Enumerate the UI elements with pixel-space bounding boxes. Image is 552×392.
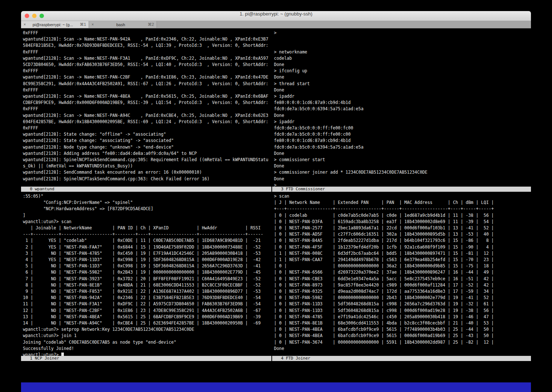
pane-title-label: 1 NCP Joiner	[30, 356, 59, 361]
window-title: 1. pi@raspberrypi: ~ (gnubby-ssh)	[21, 11, 531, 17]
window-titlebar[interactable]: 1. pi@raspberrypi: ~ (gnubby-ssh)	[21, 11, 531, 21]
ftd-joiner-output: > scan | J | Network Name | Extended PAN…	[272, 192, 531, 352]
traffic-lights	[25, 14, 44, 18]
zoom-window-button[interactable]	[40, 14, 44, 18]
tab-shortcut: ⌘2	[148, 22, 154, 27]
terminal-window: 1. pi@raspberrypi: ~ (gnubby-ssh) × pi@r…	[21, 11, 531, 392]
pane-title-label: 4 FTD Joiner	[281, 356, 310, 361]
tab-shortcut: ⌘1	[80, 22, 86, 27]
close-window-button[interactable]	[25, 14, 29, 18]
minimize-window-button[interactable]	[32, 14, 37, 18]
tab-close-icon[interactable]: ×	[92, 22, 94, 27]
tab-bash[interactable]: × bash ⌘2	[89, 21, 157, 28]
wpantund-log-output: 0xFFFF wpantund[2128]: Scan -> Name:NEST…	[21, 28, 271, 182]
tab-close-icon[interactable]: ×	[24, 22, 26, 27]
tab-ssh-session[interactable]: × pi@raspberrypi: ~ (g... ⌘1	[21, 21, 89, 28]
pane-title-ncp-joiner: 1 NCP Joiner	[21, 356, 271, 361]
pane-title-ftd-joiner: 4 FTD Joiner	[272, 356, 531, 361]
tab-bar: × pi@raspberrypi: ~ (g... ⌘1 × bash ⌘2	[21, 21, 531, 28]
tab-title: pi@raspberrypi: ~ (g...	[28, 22, 78, 27]
pane-title-wpantund: 0 wpantund	[21, 187, 271, 192]
pane-title-label: 3 FTD Commissioner	[281, 187, 325, 191]
pane-ncp-joiner[interactable]: :55:05)" "Config:NCP:DriverName" => "spi…	[21, 192, 271, 356]
tmux-status-bar	[21, 382, 531, 392]
pane-ftd-commissioner[interactable]: > > networkname codelab Done > ifconfig …	[272, 28, 531, 187]
ncp-joiner-output: :55:05)" "Config:NCP:DriverName" => "spi…	[21, 192, 271, 356]
terminal-content-area: 0xFFFF wpantund[2128]: Scan -> Name:NEST…	[21, 28, 531, 392]
pane-title-label: 0 wpantund	[30, 187, 54, 191]
pane-wpantund[interactable]: 0xFFFF wpantund[2128]: Scan -> Name:NEST…	[21, 28, 271, 187]
terminal-cursor	[61, 353, 64, 356]
pane-ftd-joiner[interactable]: > scan | J | Network Name | Extended PAN…	[272, 192, 531, 356]
pane-title-ftd-commissioner: 3 FTD Commissioner	[272, 187, 531, 192]
ftd-commissioner-output: > > networkname codelab Done > ifconfig …	[272, 28, 531, 187]
tab-title: bash	[96, 22, 146, 27]
